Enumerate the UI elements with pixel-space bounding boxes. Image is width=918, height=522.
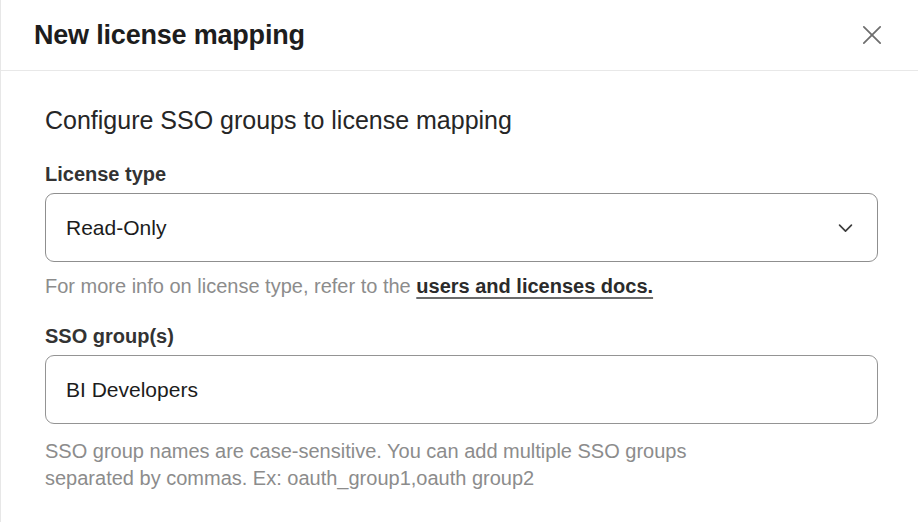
close-button[interactable]: [854, 17, 890, 53]
license-type-selected-value: Read-Only: [66, 216, 166, 240]
license-type-help-prefix: For more info on license type, refer to …: [45, 275, 416, 297]
sso-groups-label: SSO group(s): [45, 325, 878, 348]
license-type-help: For more info on license type, refer to …: [45, 275, 878, 298]
license-type-select[interactable]: Read-Only: [45, 193, 878, 262]
dialog-body: Configure SSO groups to license mapping …: [1, 107, 918, 492]
dialog-header: New license mapping: [1, 0, 918, 71]
sso-groups-field: SSO group(s) SSO group names are case-se…: [45, 325, 878, 492]
license-type-label: License type: [45, 163, 878, 186]
close-icon: [858, 21, 886, 49]
users-and-licenses-docs-link[interactable]: users and licenses docs.: [416, 275, 653, 297]
chevron-down-icon: [836, 218, 855, 237]
license-type-field: License type Read-Only For more info on …: [45, 163, 878, 298]
sso-groups-input[interactable]: [45, 355, 878, 424]
new-license-mapping-dialog: New license mapping Configure SSO groups…: [0, 0, 918, 522]
sso-groups-help: SSO group names are case-sensitive. You …: [45, 438, 725, 492]
section-heading: Configure SSO groups to license mapping: [45, 107, 878, 133]
dialog-title: New license mapping: [34, 20, 305, 51]
